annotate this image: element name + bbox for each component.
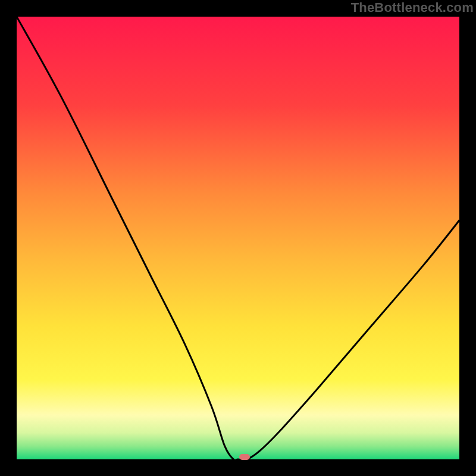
chart-frame: TheBottleneck.com [0,0,476,476]
watermark-text: TheBottleneck.com [351,0,474,15]
curve-path [17,17,459,459]
bottleneck-curve [17,17,459,459]
optimum-marker [239,454,250,460]
plot-area [17,17,459,459]
